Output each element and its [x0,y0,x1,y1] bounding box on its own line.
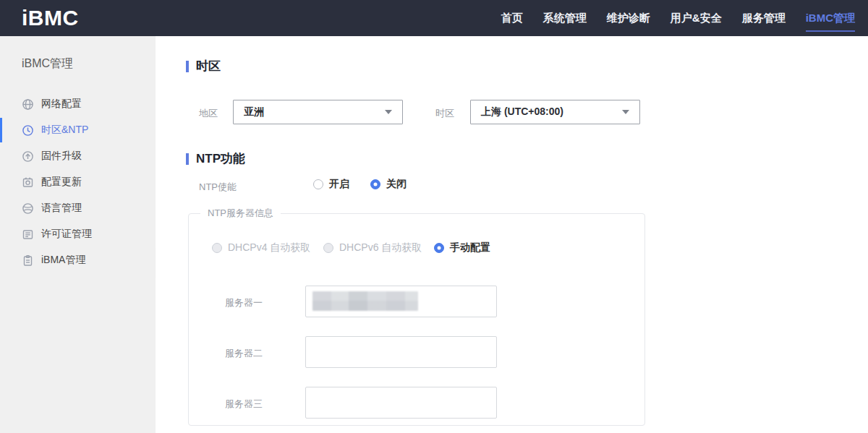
sidebar: iBMC管理 网络配置 时区&NTP 固件升级 [0,36,156,433]
timezone-select[interactable]: 上海 (UTC+08:00) [470,100,640,124]
sidebar-item-label: iBMA管理 [41,254,85,267]
ibmc-app-window: iBMC 首页 系统管理 维护诊断 用户&安全 服务管理 iBMC管理 iBMC… [0,0,868,433]
sidebar-item-firmware-upgrade[interactable]: 固件升级 [0,143,156,169]
ntp-enable-off-radio[interactable]: 关闭 [370,178,407,191]
chevron-down-icon [385,110,392,114]
nav-item-ibmc-management[interactable]: iBMC管理 [806,0,855,36]
server-one-label: 服务器一 [225,296,263,309]
ntp-enable-on-radio[interactable]: 开启 [313,178,349,191]
top-nav-menu: 首页 系统管理 维护诊断 用户&安全 服务管理 iBMC管理 [501,0,855,36]
sidebar-menu: 网络配置 时区&NTP 固件升级 配置更新 [0,91,156,273]
clock-icon [22,124,34,137]
main-content: 时区 地区 亚洲 时区 上海 (UTC+08:00) NTP功能 NTP使能 开… [156,36,868,433]
sidebar-item-label: 网络配置 [41,98,82,111]
nav-item-maintenance-diagnosis[interactable]: 维护诊断 [607,0,650,36]
sidebar-item-license-management[interactable]: 许可证管理 [0,221,156,247]
section-title-bar [186,153,189,165]
radio-circle [313,179,323,189]
nav-item-user-security[interactable]: 用户&安全 [671,0,722,36]
nav-item-service-management[interactable]: 服务管理 [742,0,786,36]
network-icon [22,98,34,111]
region-select[interactable]: 亚洲 [233,100,403,124]
sidebar-title: iBMC管理 [22,56,156,72]
timezone-section-title: 时区 [186,58,221,74]
dhcpv6-auto-radio: DHCPv6 自动获取 [323,241,422,254]
language-icon [22,202,34,215]
sidebar-item-label: 固件升级 [41,150,82,163]
license-icon [22,228,34,241]
sidebar-item-label: 配置更新 [41,176,82,189]
ntp-enable-label: NTP使能 [199,181,237,194]
manual-config-radio[interactable]: 手动配置 [434,241,490,254]
sidebar-item-label: 时区&NTP [41,124,88,137]
radio-circle [212,243,222,253]
sidebar-item-config-update[interactable]: 配置更新 [0,169,156,195]
server-three-input[interactable] [305,387,497,419]
top-navbar: iBMC 首页 系统管理 维护诊断 用户&安全 服务管理 iBMC管理 [0,0,868,36]
radio-circle [323,243,333,253]
server-two-label: 服务器二 [225,347,263,360]
ibma-icon [22,254,34,267]
sidebar-item-language-management[interactable]: 语言管理 [0,195,156,221]
nav-item-home[interactable]: 首页 [501,0,523,36]
timezone-select-value: 上海 (UTC+08:00) [481,106,563,119]
timezone-label: 时区 [435,107,454,120]
sidebar-item-ibma-management[interactable]: iBMA管理 [0,247,156,273]
radio-circle [370,179,380,189]
region-select-value: 亚洲 [244,106,264,119]
ntp-server-info-group: NTP服务器信息 DHCPv4 自动获取 DHCPv6 自动获取 手动配置 服务… [188,207,645,426]
nav-item-system-management[interactable]: 系统管理 [543,0,587,36]
server-three-label: 服务器三 [225,398,263,411]
sidebar-item-label: 许可证管理 [41,228,92,241]
chevron-down-icon [622,110,629,114]
sidebar-item-timezone-ntp[interactable]: 时区&NTP [0,117,156,143]
firmware-upgrade-icon [22,150,34,163]
section-title-bar [186,61,189,72]
ntp-section-title: NTP功能 [186,150,245,167]
sidebar-item-label: 语言管理 [41,202,82,215]
region-label: 地区 [199,107,218,120]
ntp-server-info-legend: NTP服务器信息 [200,207,281,220]
config-update-icon [22,176,34,189]
ibmc-logo: iBMC [22,6,79,30]
dhcpv4-auto-radio: DHCPv4 自动获取 [212,241,310,254]
sidebar-item-network-config[interactable]: 网络配置 [0,91,156,117]
redacted-server-one-value [312,291,418,311]
server-two-input[interactable] [305,336,497,368]
radio-circle [434,243,444,253]
